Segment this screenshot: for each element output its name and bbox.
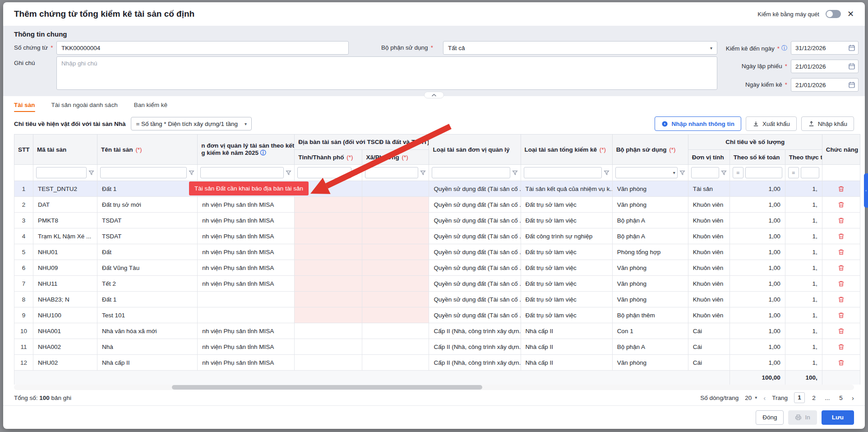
cell-inventory-asset-type[interactable]: Nhà cấp II <box>521 355 612 371</box>
cell-ward[interactable] <box>362 197 429 213</box>
cell-managing-unit[interactable]: nh viện Phụ sản tỉnh MISA <box>198 355 295 371</box>
cell-asset-name[interactable]: Tết 2 <box>97 276 198 292</box>
cell-inventory-asset-type[interactable]: Đất trụ sở làm việc <box>521 307 612 323</box>
cell-actual-qty[interactable]: 1, <box>785 228 822 244</box>
cell-unit[interactable]: Tài sản <box>688 181 729 197</box>
cell-asset-name[interactable]: Đất 1 <box>97 292 198 307</box>
cell-unit-asset-type[interactable]: Quyền sử dụng đất (Tài sản cố ... <box>429 307 521 323</box>
filter-loai-dvql-input[interactable] <box>432 167 510 178</box>
filter-loai-tkk-input[interactable] <box>524 167 602 178</box>
calendar-icon[interactable] <box>848 44 855 51</box>
export-button[interactable]: Xuất khẩu <box>746 116 797 131</box>
cell-inventory-asset-type[interactable]: Đất trụ sở làm việc <box>521 260 612 276</box>
cell-asset-name[interactable]: Đất <box>97 244 198 260</box>
cell-actual-qty[interactable]: 1, <box>785 307 822 323</box>
cell-province[interactable] <box>295 197 362 213</box>
cell-managing-unit[interactable] <box>198 292 295 307</box>
cell-province[interactable] <box>295 260 362 276</box>
delete-row-button[interactable] <box>837 358 845 367</box>
cell-unit[interactable]: Khuôn viên <box>688 276 729 292</box>
delete-row-button[interactable] <box>837 264 845 272</box>
cell-unit[interactable]: Khuôn viên <box>688 307 729 323</box>
filter-tinh-input[interactable] <box>297 167 351 178</box>
table-row[interactable]: 2 DAT Đất trụ sở mới nh viện Phụ sản tỉn… <box>14 197 860 213</box>
cell-ward[interactable] <box>362 276 429 292</box>
delete-row-button[interactable] <box>837 248 845 256</box>
cell-asset-code[interactable]: NHU01 <box>33 244 97 260</box>
cell-inventory-asset-type[interactable]: Đất trụ sở làm việc <box>521 197 612 213</box>
cell-managing-unit[interactable]: nh viện Phụ sản tỉnh MISA <box>198 244 295 260</box>
criteria-select[interactable]: = Số tầng * Diện tích xây dựng/1 tầng ▾ <box>131 117 252 130</box>
cell-book-qty[interactable]: 1,00 <box>729 355 785 371</box>
cell-inventory-asset-type[interactable]: Đất trụ sở làm việc <box>521 213 612 228</box>
cell-asset-name[interactable]: Nhà văn hóa xã mới <box>97 323 198 339</box>
table-row[interactable]: 4 Trạm KL Nậm Xé ... TSDAT nh viện Phụ s… <box>14 228 860 244</box>
cell-inventory-asset-type[interactable]: Đất trụ sở làm việc <box>521 276 612 292</box>
cell-managing-unit[interactable]: nh viện Phụ sản tỉnh MISA <box>198 339 295 355</box>
cell-unit-asset-type[interactable]: Cấp II (Nhà, công trình xây dựn... <box>429 339 521 355</box>
delete-row-button[interactable] <box>837 185 845 193</box>
cell-ward[interactable] <box>362 181 429 197</box>
cell-department[interactable]: Con 1 <box>612 323 688 339</box>
filter-icon[interactable] <box>420 170 426 176</box>
cell-asset-name[interactable]: Đất Vũng Tàu <box>97 260 198 276</box>
import-button[interactable]: Nhập khẩu <box>801 116 854 131</box>
cell-actual-qty[interactable]: 1, <box>785 260 822 276</box>
filter-ten-input[interactable] <box>100 167 187 178</box>
cell-unit-asset-type[interactable]: Quyền sử dụng đất (Tài sản cố ... <box>429 181 521 197</box>
cell-asset-name[interactable]: Test 101 <box>97 307 198 323</box>
table-row[interactable]: 5 NHU01 Đất nh viện Phụ sản tỉnh MISA Qu… <box>14 244 860 260</box>
cell-managing-unit[interactable]: nh viện Phụ sản tỉnh MISA <box>198 260 295 276</box>
cell-province[interactable] <box>295 355 362 371</box>
tab-tai-san[interactable]: Tài sản <box>14 96 35 113</box>
cell-province[interactable] <box>295 213 362 228</box>
cell-asset-code[interactable]: TEST_DNTU2 <box>33 181 97 197</box>
cell-book-qty[interactable]: 1,00 <box>729 276 785 292</box>
table-row[interactable]: 7 NHU11 Tết 2 nh viện Phụ sản tỉnh MISA … <box>14 276 860 292</box>
filter-sokt-input[interactable] <box>745 167 782 178</box>
filter-ma-input[interactable] <box>36 167 87 178</box>
cell-asset-code[interactable]: PMKT8 <box>33 213 97 228</box>
cell-asset-code[interactable]: NHA001 <box>33 323 97 339</box>
cell-asset-code[interactable]: NHU100 <box>33 307 97 323</box>
cell-department[interactable]: Bộ phận A <box>612 228 688 244</box>
table-row[interactable]: 10 NHA001 Nhà văn hóa xã mới nh viện Phụ… <box>14 323 860 339</box>
delete-row-button[interactable] <box>837 200 845 209</box>
calendar-icon[interactable] <box>848 63 855 70</box>
cell-book-qty[interactable]: 1,00 <box>729 260 785 276</box>
cell-province[interactable] <box>295 292 362 307</box>
cell-inventory-asset-type[interactable]: Đất trụ sở làm việc <box>521 244 612 260</box>
filter-icon[interactable] <box>88 170 94 176</box>
cell-department[interactable]: Văn phòng <box>612 292 688 307</box>
cell-unit-asset-type[interactable]: Quyền sử dụng đất (Tài sản cố ... <box>429 228 521 244</box>
cell-department[interactable]: Văn phòng <box>612 197 688 213</box>
cell-unit[interactable]: Khuôn viên <box>688 213 729 228</box>
cell-asset-name[interactable]: Nhà <box>97 339 198 355</box>
cell-department[interactable]: Văn phòng <box>612 181 688 197</box>
cell-inventory-asset-type[interactable]: Đất công trình sự nghiệp <box>521 228 612 244</box>
cell-inventory-asset-type[interactable]: Tài sản kết quả của nhiệm vụ k... <box>521 181 612 197</box>
filter-icon[interactable] <box>679 170 685 176</box>
cell-province[interactable] <box>295 323 362 339</box>
cell-department[interactable]: Bộ phận A <box>612 339 688 355</box>
cell-unit[interactable]: Khuôn viên <box>688 292 729 307</box>
cell-book-qty[interactable]: 1,00 <box>729 244 785 260</box>
cell-department[interactable]: Văn phòng <box>612 276 688 292</box>
cell-book-qty[interactable]: 1,00 <box>729 181 785 197</box>
cell-book-qty[interactable]: 1,00 <box>729 213 785 228</box>
close-button[interactable]: Đóng <box>756 410 784 425</box>
cell-book-qty[interactable]: 1,00 <box>729 197 785 213</box>
delete-row-button[interactable] <box>837 279 845 288</box>
cell-province[interactable] <box>295 276 362 292</box>
filter-donvi-input[interactable] <box>200 167 284 178</box>
horizontal-scrollbar[interactable] <box>14 385 854 390</box>
cell-actual-qty[interactable]: 1, <box>785 197 822 213</box>
cell-unit-asset-type[interactable]: Quyền sử dụng đất (Tài sản cố ... <box>429 260 521 276</box>
table-row[interactable]: 9 NHU100 Test 101 Quyền sử dụng đất (Tài… <box>14 307 860 323</box>
cell-asset-name[interactable]: Đất trụ sở mới <box>97 197 198 213</box>
cell-managing-unit[interactable] <box>198 307 295 323</box>
cell-unit-asset-type[interactable]: Quyền sử dụng đất (Tài sản cố ... <box>429 276 521 292</box>
table-row[interactable]: 6 NHU09 Đất Vũng Tàu nh viện Phụ sản tỉn… <box>14 260 860 276</box>
cell-actual-qty[interactable]: 1, <box>785 276 822 292</box>
cell-department[interactable]: Văn phòng <box>612 260 688 276</box>
